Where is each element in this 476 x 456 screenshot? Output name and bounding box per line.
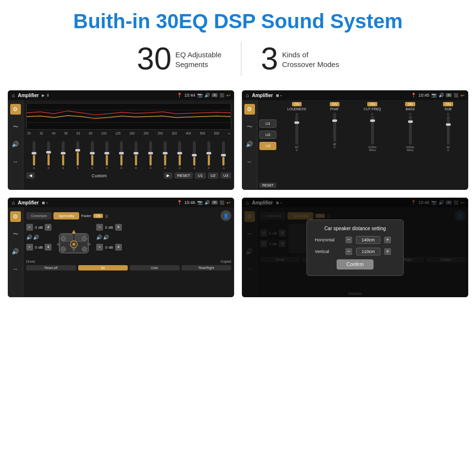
eq-next-btn[interactable]: ▶: [164, 172, 172, 179]
sp-fl-minus[interactable]: −: [26, 224, 33, 231]
eq-back-icon[interactable]: ↩: [226, 93, 230, 98]
sp-rearright-btn[interactable]: RearRight: [182, 265, 232, 270]
eq-prev-btn[interactable]: ◀: [26, 172, 35, 179]
sp-spk-icon[interactable]: 🔊: [10, 246, 21, 257]
sp-fl-val: 0 dB: [35, 225, 43, 230]
crs-eq-icon[interactable]: ⚙: [244, 104, 255, 115]
eq-reset-btn[interactable]: RESET: [174, 172, 193, 179]
slider-5[interactable]: 0: [85, 141, 99, 169]
slider-11[interactable]: 0: [173, 141, 187, 169]
crs-u1-btn[interactable]: U1: [259, 119, 276, 128]
sp-fr-spk-icons: 🔊 🔊: [96, 235, 121, 240]
specialty-inner: Common Specialty Fader ON ||| 👤: [23, 207, 234, 297]
slider-13[interactable]: 0: [202, 141, 216, 169]
sp-rr-plus[interactable]: +: [115, 244, 122, 251]
slider-14[interactable]: -1: [217, 141, 230, 169]
eq-freq-labels: 253240506380100125160200250320400500630 …: [26, 132, 231, 136]
ch-bass-on[interactable]: ON: [405, 102, 415, 106]
slider-4[interactable]: 5: [71, 141, 85, 169]
dialog-vert-plus[interactable]: +: [384, 248, 391, 255]
crs-screen-icon: ⬛: [454, 93, 459, 98]
sp-rr-minus[interactable]: −: [96, 244, 103, 251]
confirm-button[interactable]: Confirm: [337, 259, 373, 270]
sp-fr-plus[interactable]: +: [115, 224, 122, 231]
sp-cam-icon: 📷: [197, 200, 203, 205]
dialog-horiz-minus[interactable]: −: [345, 236, 352, 243]
sp-fader-on[interactable]: ON: [93, 214, 103, 218]
sp-user-btn[interactable]: User: [130, 265, 180, 270]
sp-home-icon[interactable]: ⌂: [12, 200, 15, 205]
sp-fr-minus[interactable]: −: [96, 224, 103, 231]
crs-home-icon[interactable]: ⌂: [246, 92, 249, 98]
eq-u3-btn[interactable]: U3: [221, 172, 231, 179]
crs-u3-btn[interactable]: U3: [259, 142, 276, 150]
crs-arr-icon[interactable]: ↔: [244, 156, 255, 167]
sp-wave-icon[interactable]: 〜: [10, 229, 21, 239]
eq-screen: ⌂ Amplifier ▶ ⏸ 📍 10:44 📷 🔊 ✕ ⬛ ↩ ⚙ 〜 🔊 …: [8, 90, 234, 190]
eq-u2-btn[interactable]: U2: [208, 172, 219, 179]
sp-back-icon[interactable]: ↩: [226, 200, 230, 205]
sp-profile-icon[interactable]: 👤: [221, 210, 231, 221]
specialty-screen: ⌂ Amplifier ◼ • 📍 10:46 📷 🔊 ✕ ⬛ ↩ ⚙ 〜 🔊 …: [8, 198, 234, 297]
sp-arr-icon[interactable]: ↔: [10, 264, 21, 274]
slider-6[interactable]: 0: [100, 141, 114, 169]
slider-1[interactable]: 0: [27, 141, 41, 169]
slider-10[interactable]: 0: [158, 141, 172, 169]
dialog-vert-minus[interactable]: −: [345, 248, 352, 255]
slider-7[interactable]: 0: [115, 141, 128, 169]
ch-sub-slider[interactable]: [447, 116, 450, 145]
eq-u1-btn[interactable]: U1: [195, 172, 205, 179]
sp-rearleft-btn[interactable]: RearLeft: [26, 265, 76, 270]
sp-bottom-btns: RearLeft All User RearRight: [26, 265, 231, 270]
slider-8[interactable]: 0: [129, 141, 143, 169]
sp-specialty-tab[interactable]: Specialty: [53, 212, 79, 220]
sp-common-tab[interactable]: Common: [26, 212, 51, 220]
ch-cutfreq-slider[interactable]: [371, 116, 374, 145]
ch-cutfreq-on[interactable]: ON: [367, 102, 377, 106]
crossover-screen: ⌂ Amplifier ◼ • 📍 10:45 📷 🔊 ✕ ⬛ ↩ ⚙ 〜 🔊 …: [242, 90, 468, 190]
crs-back-icon[interactable]: ↩: [460, 93, 464, 98]
sp-screen-icon: ⬛: [220, 201, 224, 205]
eq-speaker-icon[interactable]: 🔊: [10, 139, 21, 150]
home-icon[interactable]: ⌂: [12, 92, 15, 98]
sp-eq-icon[interactable]: ⚙: [10, 211, 21, 222]
slider-2[interactable]: 0: [42, 141, 55, 169]
crs-spk-icon[interactable]: 🔊: [244, 139, 255, 150]
slider-9[interactable]: 0: [144, 141, 157, 169]
stats-row: 30 EQ AdjustableSegments 3 Kinds ofCross…: [137, 42, 339, 76]
ch-bass-slider[interactable]: [409, 116, 412, 145]
dialog-horiz-plus[interactable]: +: [384, 236, 391, 243]
distance-screen: ⌂ Amplifier ◼ • 📍 10:46 📷 🔊 ✕ ⬛ ↩ ⚙ 〜 🔊 …: [242, 198, 468, 297]
svg-point-15: [61, 247, 66, 252]
crs-reset-btn[interactable]: RESET: [259, 183, 276, 188]
eq-eq-icon[interactable]: ⚙: [10, 104, 21, 115]
ch-loudness-slider[interactable]: [295, 116, 298, 145]
eq-arrow-icon[interactable]: ↔: [10, 156, 21, 167]
crs-u2-btn[interactable]: U2: [259, 131, 276, 139]
sp-rl-vol: − 0 dB +: [26, 244, 51, 251]
dialog-horizontal-value: 140cm: [356, 236, 380, 244]
eq-wave-icon[interactable]: 〜: [10, 121, 21, 132]
ch-sub-on[interactable]: ON: [443, 102, 453, 106]
sp-rl-val: 0 dB: [35, 245, 43, 250]
ch-phat-on[interactable]: ON: [330, 102, 340, 106]
slider-3[interactable]: 0: [56, 141, 70, 169]
eq-bottom-controls: ◀ Custom ▶ RESET U1 U2 U3: [26, 172, 231, 179]
slider-12[interactable]: -1: [187, 141, 201, 169]
sp-car-diagram: [54, 224, 93, 258]
sp-fl-plus[interactable]: +: [45, 224, 51, 231]
sp-left-icons: ⚙ 〜 🔊 ↔: [8, 207, 23, 297]
eq-main-area: 253240506380100125160200250320400500630 …: [23, 100, 234, 190]
ch-phat-slider[interactable]: [333, 113, 336, 142]
eq-app-name: Amplifier: [18, 93, 39, 98]
crs-wave-icon[interactable]: 〜: [244, 121, 255, 132]
ch-loudness-on[interactable]: ON: [292, 102, 302, 106]
sp-rl-minus[interactable]: −: [26, 244, 33, 251]
ch-cutfreq-name: CUT FREQ: [364, 107, 381, 111]
sp-all-btn[interactable]: All: [78, 265, 128, 270]
crs-vol-icon: 🔊: [439, 93, 444, 98]
sp-icons: ◼ •: [42, 201, 48, 205]
sp-rl-plus[interactable]: +: [45, 244, 51, 251]
crossover-main-content: ⚙ 〜 🔊 ↔ U1 U2 U3 RESET ON: [242, 100, 468, 190]
ch-cutfreq: ON CUT FREQ F 125Hz 60Hz: [354, 102, 391, 188]
